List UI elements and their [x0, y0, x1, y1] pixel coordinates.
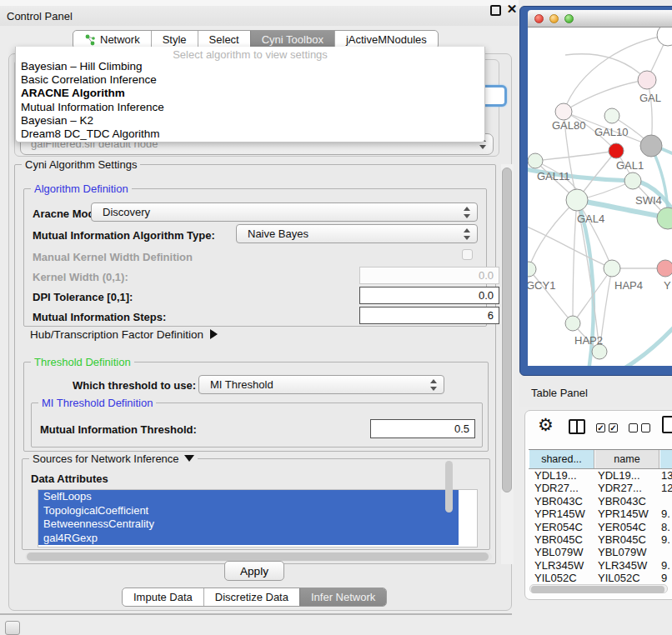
- network-edge-thick[interactable]: [603, 318, 672, 366]
- close-icon[interactable]: [504, 2, 519, 18]
- column-header-partial[interactable]: [659, 450, 672, 468]
- column-header-name[interactable]: name: [594, 450, 659, 468]
- network-edge[interactable]: [528, 225, 612, 268]
- table-cell[interactable]: YER054C: [529, 521, 594, 533]
- table-row[interactable]: YBL079WYBL079W: [529, 546, 672, 558]
- apply-button[interactable]: Apply: [224, 561, 284, 581]
- tab-cyni-toolbox[interactable]: Cyni Toolbox: [250, 31, 334, 48]
- attributes-scrollbar[interactable]: [445, 461, 453, 512]
- table-row[interactable]: YBR043CYBR043C: [529, 495, 672, 508]
- table-cell[interactable]: YER054C: [594, 521, 659, 533]
- network-window-titlebar[interactable]: [528, 10, 672, 28]
- table-cell[interactable]: YIL052C: [529, 572, 594, 584]
- algorithm-option-mutual-information-inference[interactable]: Mutual Information Inference: [16, 101, 484, 114]
- table-cell[interactable]: YDL19...: [594, 469, 659, 482]
- tab-discretize-data[interactable]: Discretize Data: [203, 588, 299, 606]
- algorithm-option-dream8-dc-tdc-algorithm[interactable]: Dream8 DC_TDC Algorithm: [16, 128, 484, 141]
- mi-steps-field[interactable]: 6: [359, 307, 499, 324]
- algorithm-option-aracne-algorithm[interactable]: ARACNE Algorithm: [16, 87, 484, 100]
- node-gal1-selected[interactable]: [609, 143, 624, 158]
- table-row[interactable]: YIL052CYIL052C9: [529, 572, 672, 584]
- tab-style[interactable]: Style: [151, 31, 198, 48]
- new-column-icon[interactable]: [662, 416, 672, 433]
- table-cell[interactable]: YBR045C: [529, 533, 594, 546]
- tab-jactivemnodules[interactable]: jActiveMNodules: [334, 31, 438, 48]
- node-gal10[interactable]: [604, 108, 619, 123]
- table-cell[interactable]: YPR145W: [529, 508, 594, 520]
- algorithm-option-basic-correlation-inference[interactable]: Basic Correlation Inference: [16, 73, 484, 87]
- select-all-checked-icon[interactable]: [596, 423, 605, 432]
- table-cell[interactable]: YDL19...: [529, 469, 594, 482]
- table-cell[interactable]: YBR043C: [594, 495, 659, 508]
- node-gal4[interactable]: [566, 189, 588, 211]
- deselect-all-icon[interactable]: [629, 423, 638, 432]
- float-window-icon[interactable]: [490, 5, 501, 16]
- data-attributes-list[interactable]: SelfLoopsTopologicalCoefficientBetweenne…: [38, 489, 478, 548]
- algorithm-option-bayesian-hill-climbing[interactable]: Bayesian – Hill Climbing: [16, 60, 484, 73]
- table-cell[interactable]: YBL079W: [594, 546, 659, 558]
- network-view-canvas[interactable]: GALGAL80GAL10GAL1GAL11SWI4GAL4GCY1HAP4YH…: [528, 28, 672, 366]
- node-hap2[interactable]: [565, 316, 580, 331]
- select-all-checked-icon[interactable]: [609, 423, 618, 432]
- table-cell[interactable]: 8.: [659, 521, 672, 533]
- table-row[interactable]: YER054CYER054C8.: [529, 521, 672, 533]
- aracne-mode-combobox[interactable]: Discovery: [91, 202, 478, 222]
- manual-kernel-width-checkbox[interactable]: [462, 249, 473, 260]
- table-row[interactable]: YPR145WYPR145W9.: [529, 508, 672, 520]
- network-edge[interactable]: [564, 80, 647, 112]
- table-cell[interactable]: YLR345W: [594, 559, 659, 572]
- attribute-item-topologicalcoefficient[interactable]: TopologicalCoefficient: [38, 504, 459, 518]
- node-gal11[interactable]: [528, 153, 543, 168]
- dpi-tolerance-field[interactable]: 0.0: [359, 287, 499, 304]
- tab-network[interactable]: Network: [73, 31, 151, 48]
- table-cell[interactable]: 9: [659, 572, 672, 584]
- node-swi4[interactable]: [624, 172, 641, 189]
- which-threshold-combobox[interactable]: MI Threshold: [198, 375, 444, 394]
- table-cell[interactable]: 9.: [659, 508, 672, 520]
- table-row[interactable]: YDL19...YDL19...13: [529, 469, 672, 482]
- network-edge[interactable]: [565, 54, 647, 80]
- network-edge[interactable]: [529, 200, 577, 269]
- table-row[interactable]: YDR27...YDR27...12: [529, 482, 672, 494]
- settings-vertical-scrollbar[interactable]: [501, 164, 514, 564]
- node-pink-top[interactable]: [638, 71, 656, 89]
- table-row[interactable]: YLR345WYLR345W9.: [529, 559, 672, 572]
- tab-impute-data[interactable]: Impute Data: [123, 588, 203, 606]
- tab-select[interactable]: Select: [198, 31, 250, 48]
- table-cell[interactable]: 13: [659, 469, 672, 482]
- table-cell[interactable]: YBR043C: [529, 495, 594, 508]
- table-cell[interactable]: YBL079W: [529, 546, 594, 558]
- table-cell[interactable]: YIL052C: [594, 572, 659, 584]
- column-header-shared[interactable]: shared...: [529, 450, 594, 468]
- algorithm-option-bayesian-k2[interactable]: Bayesian – K2: [16, 114, 484, 128]
- table-cell[interactable]: YBR045C: [594, 533, 659, 546]
- table-cell[interactable]: 9.: [659, 533, 672, 546]
- mi-threshold-field[interactable]: 0.5: [370, 419, 475, 438]
- table-cell[interactable]: YDR27...: [594, 482, 659, 494]
- table-cell[interactable]: [659, 546, 672, 558]
- split-columns-icon[interactable]: [569, 419, 585, 434]
- hub-transcription-factor-section[interactable]: Hub/Transcription Factor Definition: [30, 328, 218, 341]
- node-gray[interactable]: [640, 135, 662, 157]
- node-salmon-right[interactable]: [657, 260, 672, 277]
- network-edge-thick[interactable]: [651, 147, 668, 218]
- table-cell[interactable]: YPR145W: [594, 508, 659, 520]
- settings-gear-icon[interactable]: ⚙: [538, 415, 554, 435]
- mi-algorithm-type-combobox[interactable]: Naive Bayes: [236, 224, 478, 243]
- attribute-item-selfloops[interactable]: SelfLoops: [38, 490, 459, 504]
- dock-panel-icon[interactable]: [5, 621, 20, 635]
- attribute-item-betweennesscentrality[interactable]: BetweennessCentrality: [38, 518, 459, 532]
- attribute-item-gal4rgexp[interactable]: gal4RGexp: [38, 532, 459, 546]
- node-unlabeled-top[interactable]: [657, 28, 672, 46]
- tab-infer-network[interactable]: Infer Network: [299, 588, 386, 606]
- collapse-down-icon[interactable]: [184, 455, 194, 462]
- minimize-traffic-light-icon[interactable]: [549, 14, 559, 23]
- deselect-all-icon[interactable]: [641, 423, 650, 432]
- table-cell[interactable]: YDR27...: [529, 482, 594, 494]
- node-hap4[interactable]: [604, 260, 620, 277]
- table-cell[interactable]: YLR345W: [529, 559, 594, 572]
- zoom-traffic-light-icon[interactable]: [564, 14, 574, 23]
- table-row[interactable]: YBR045CYBR045C9.: [529, 533, 672, 546]
- close-traffic-light-icon[interactable]: [534, 14, 544, 23]
- expand-right-icon[interactable]: [210, 329, 218, 339]
